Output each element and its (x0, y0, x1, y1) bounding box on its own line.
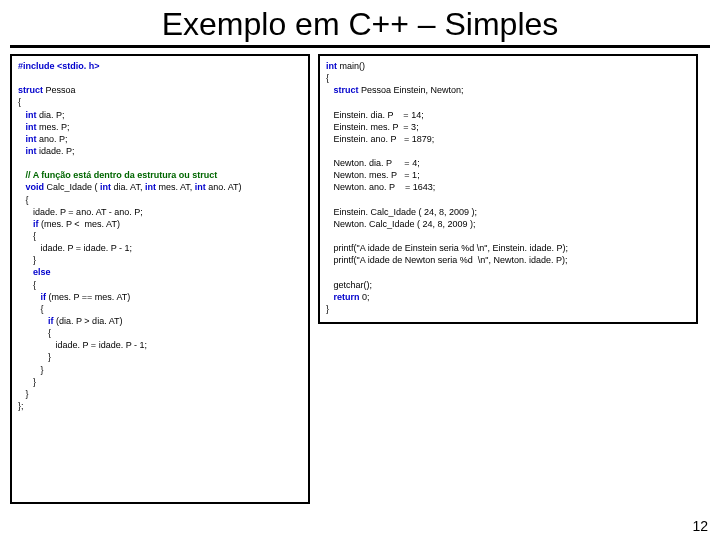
code-text: (dia. P > dia. AT) (54, 316, 123, 326)
code-text: if (18, 219, 39, 229)
code-text: idade. P = ano. AT - ano. P; (18, 207, 143, 217)
code-text: main() (337, 61, 365, 71)
code-text: void (18, 182, 44, 192)
code-text: if (18, 316, 54, 326)
code-text: } (18, 377, 36, 387)
code-text: if (18, 292, 46, 302)
code-text: Newton. mes. P = 1; (326, 170, 420, 180)
code-comment: // A função está dentro da estrutura ou … (18, 170, 217, 180)
code-text: { (18, 280, 36, 290)
code-text: idade. P; (37, 146, 75, 156)
code-text: printf("A idade de Newton seria %d \n", … (326, 255, 568, 265)
page-number: 12 (692, 518, 708, 534)
code-text: mes. AT, (156, 182, 195, 192)
code-text: mes. P; (37, 122, 70, 132)
code-text: { (326, 73, 329, 83)
content-columns: #include <stdio. h> struct Pessoa { int … (0, 54, 720, 504)
code-text: { (18, 97, 21, 107)
code-text: int (145, 182, 156, 192)
code-text: Pessoa (43, 85, 76, 95)
code-text: 0; (360, 292, 370, 302)
code-text: Einstein. Calc_Idade ( 24, 8, 2009 ); (326, 207, 477, 217)
code-text: Einstein. mes. P = 3; (326, 122, 419, 132)
code-text: struct (18, 85, 43, 95)
code-text: Newton. dia. P = 4; (326, 158, 420, 168)
code-text: } (18, 255, 36, 265)
code-text: dia. P; (37, 110, 65, 120)
code-text: { (18, 328, 51, 338)
code-text: getchar(); (326, 280, 372, 290)
code-text: Newton. Calc_Idade ( 24, 8, 2009 ); (326, 219, 476, 229)
code-text: } (18, 389, 29, 399)
code-left: #include <stdio. h> struct Pessoa { int … (10, 54, 310, 504)
code-text: Pessoa Einstein, Newton; (359, 85, 464, 95)
code-text: #include <stdio. h> (18, 61, 100, 71)
code-text: int (326, 61, 337, 71)
code-text: printf("A idade de Einstein seria %d \n"… (326, 243, 568, 253)
code-text: } (326, 304, 329, 314)
code-text: Calc_Idade ( (44, 182, 100, 192)
code-right: int main() { struct Pessoa Einstein, New… (318, 54, 698, 324)
code-text: { (18, 231, 36, 241)
code-text: return (326, 292, 360, 302)
code-text: int (18, 134, 37, 144)
code-text: else (18, 267, 51, 277)
title-underline (10, 45, 710, 48)
code-text: (mes. P == mes. AT) (46, 292, 130, 302)
code-text: int (195, 182, 206, 192)
slide-title: Exemplo em C++ – Simples (0, 0, 720, 45)
code-text: dia. AT, (111, 182, 145, 192)
code-text: { (18, 304, 44, 314)
code-text: int (18, 146, 37, 156)
code-text: idade. P = idade. P - 1; (18, 340, 147, 350)
code-text: { (18, 195, 29, 205)
code-text: int (18, 122, 37, 132)
code-text: } (18, 352, 51, 362)
code-text: } (18, 365, 44, 375)
code-text: struct (326, 85, 359, 95)
code-text: int (100, 182, 111, 192)
code-text: int (18, 110, 37, 120)
code-text: Einstein. ano. P = 1879; (326, 134, 434, 144)
code-text: Einstein. dia. P = 14; (326, 110, 424, 120)
code-text: ano. AT) (206, 182, 242, 192)
code-text: (mes. P < mes. AT) (39, 219, 120, 229)
code-text: ano. P; (37, 134, 68, 144)
code-text: }; (18, 401, 24, 411)
code-text: Newton. ano. P = 1643; (326, 182, 435, 192)
code-text: idade. P = idade. P - 1; (18, 243, 132, 253)
